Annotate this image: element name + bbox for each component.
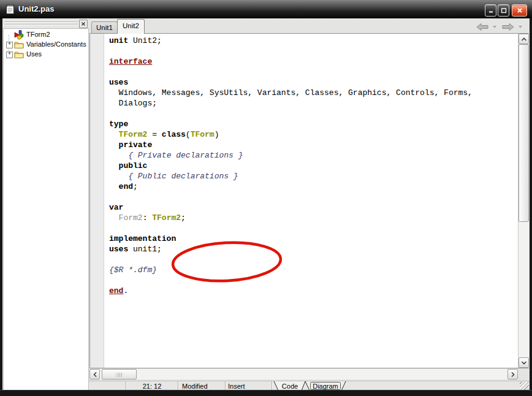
structure-panel: TForm2 + Variables/Constants + <box>2 18 89 390</box>
code-token: : <box>143 213 153 223</box>
code-token: ; <box>181 213 186 223</box>
code-line: implementation <box>109 234 516 244</box>
code-line: end. <box>109 286 516 296</box>
folder-icon <box>14 40 24 50</box>
code-token <box>109 172 128 181</box>
tab-code[interactable]: Code <box>274 381 305 390</box>
vertical-scroll-thumb[interactable] <box>519 44 529 222</box>
code-line: uses <box>109 77 516 88</box>
expand-plus-icon[interactable]: + <box>6 51 13 58</box>
code-line: Windows, Messages, SysUtils, Variants, C… <box>109 88 516 98</box>
panel-close-button[interactable] <box>79 20 88 28</box>
tab-unit2[interactable]: Unit2 <box>117 19 145 34</box>
code-line: type <box>109 119 516 129</box>
code-token: Windows, Messages, SysUtils, Variants, C… <box>109 88 473 97</box>
window-content: TForm2 + Variables/Constants + <box>2 18 530 390</box>
code-token: unit1; <box>128 245 162 254</box>
tree-item-tform2[interactable]: TForm2 <box>4 30 88 40</box>
code-token <box>109 213 119 223</box>
close-icon <box>517 7 523 13</box>
tree-item-label: Uses <box>26 50 42 58</box>
scroll-up-button[interactable] <box>519 34 529 44</box>
code-token <box>109 140 119 150</box>
tree-item-uses[interactable]: + Uses <box>4 50 88 59</box>
chevron-left-icon <box>93 371 97 377</box>
window-border-bottom <box>0 390 532 396</box>
panel-close-icon <box>81 21 86 26</box>
code-lines: unit Unit2;interfaceuses Windows, Messag… <box>109 36 516 368</box>
code-token: . <box>123 286 128 295</box>
code-line <box>109 275 516 286</box>
chevron-right-icon <box>511 371 515 377</box>
scroll-left-button[interactable] <box>89 369 100 379</box>
code-line: Dialogs; <box>109 98 516 109</box>
code-line: end; <box>109 181 516 192</box>
back-button[interactable] <box>476 22 489 32</box>
minimize-button[interactable] <box>485 4 496 17</box>
code-line <box>109 67 516 77</box>
window-border-right <box>530 18 532 396</box>
code-token: end <box>109 286 123 295</box>
code-line: TForm2 = class(TForm) <box>109 129 516 140</box>
code-line <box>109 46 516 56</box>
horizontal-scroll-thumb[interactable] <box>102 369 137 379</box>
code-token: { Public declarations } <box>128 172 238 181</box>
window-title: Unit2.pas <box>18 4 55 13</box>
tree-item-label: TForm2 <box>26 31 50 38</box>
scroll-down-button[interactable] <box>519 357 529 368</box>
code-token: ) <box>215 130 219 139</box>
code-token: TForm2 <box>152 213 181 223</box>
form-class-icon <box>14 30 24 40</box>
tree-item-label: Variables/Constants <box>26 40 86 48</box>
close-button[interactable] <box>512 4 527 17</box>
expand-plus-icon[interactable]: + <box>6 42 13 48</box>
code-token: TForm <box>191 130 215 139</box>
code-line <box>109 109 516 119</box>
code-line: public <box>109 161 516 171</box>
code-token: class <box>162 130 186 139</box>
code-line: unit Unit2; <box>109 36 516 46</box>
code-token: Form2 <box>119 213 143 223</box>
forward-dropdown-icon[interactable] <box>519 26 522 28</box>
code-token: ( <box>186 130 191 139</box>
back-dropdown-icon[interactable] <box>493 26 496 28</box>
folder-icon <box>14 50 24 59</box>
tab-diagram[interactable]: Diagram <box>305 381 346 390</box>
maximize-button[interactable] <box>498 4 509 17</box>
chevron-up-icon <box>521 37 526 41</box>
code-token: interface <box>109 57 152 66</box>
code-token: unit <box>109 36 128 45</box>
code-line: private <box>109 140 516 150</box>
code-line: { Private declarations } <box>109 150 516 161</box>
code-token: uses <box>109 245 128 254</box>
editor-gutter <box>90 34 104 368</box>
tab-unit1[interactable]: Unit1 <box>91 21 118 34</box>
code-token: public <box>119 161 148 170</box>
code-token <box>109 182 119 191</box>
code-line <box>109 223 516 234</box>
structure-tree: TForm2 + Variables/Constants + <box>3 28 89 390</box>
code-token <box>109 161 119 170</box>
code-token: var <box>109 203 123 212</box>
code-token: TForm2 <box>119 130 148 139</box>
tree-item-variables-constants[interactable]: + Variables/Constants <box>4 40 88 50</box>
forward-button[interactable] <box>501 22 515 32</box>
minimize-icon <box>488 8 493 13</box>
code-token: {$R *.dfm} <box>109 265 157 275</box>
code-line: interface <box>109 56 516 67</box>
resize-grip[interactable] <box>520 382 529 390</box>
scroll-right-button[interactable] <box>507 369 518 379</box>
code-token: Unit2; <box>128 36 162 45</box>
code-token: ; <box>133 182 138 191</box>
panel-grab-handle[interactable] <box>2 18 89 28</box>
titlebar[interactable]: Unit2.pas <box>0 0 532 18</box>
code-line <box>109 254 516 265</box>
horizontal-scrollbar[interactable] <box>89 369 518 379</box>
code-token: Dialogs; <box>109 99 157 108</box>
grip-line <box>5 24 78 25</box>
vertical-scrollbar[interactable] <box>518 34 529 368</box>
code-editor[interactable]: unit Unit2;interfaceuses Windows, Messag… <box>89 33 529 368</box>
grip-line <box>5 21 78 22</box>
code-token: { Private declarations } <box>128 151 243 160</box>
code-token: private <box>119 140 153 150</box>
